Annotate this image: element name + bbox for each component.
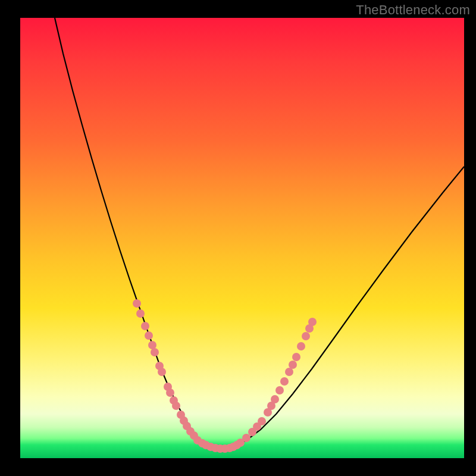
curve-marker (271, 395, 279, 403)
curve-marker (297, 342, 305, 350)
curve-marker (275, 386, 284, 394)
curve-marker (280, 377, 289, 386)
curve-marker (145, 331, 153, 340)
plot-area (20, 18, 464, 458)
curve-marker (258, 417, 266, 425)
marker-group (133, 299, 317, 453)
chart-frame: TheBottleneck.com (0, 0, 476, 476)
curve-marker (302, 332, 310, 340)
curve-marker (308, 318, 317, 326)
curve-marker (133, 299, 141, 308)
curve-marker (289, 361, 297, 369)
curve-marker (242, 434, 250, 442)
curve-marker (141, 322, 149, 330)
curve-marker (151, 348, 159, 356)
curve-marker (148, 341, 156, 349)
bottleneck-curve (55, 18, 464, 449)
watermark-text: TheBottleneck.com (356, 2, 470, 18)
curve-marker (166, 389, 174, 397)
curve-marker (285, 368, 293, 376)
curve-marker (172, 402, 180, 410)
chart-svg (20, 18, 464, 458)
curve-marker (292, 353, 300, 361)
curve-marker (136, 309, 145, 318)
curve-marker (158, 368, 166, 376)
